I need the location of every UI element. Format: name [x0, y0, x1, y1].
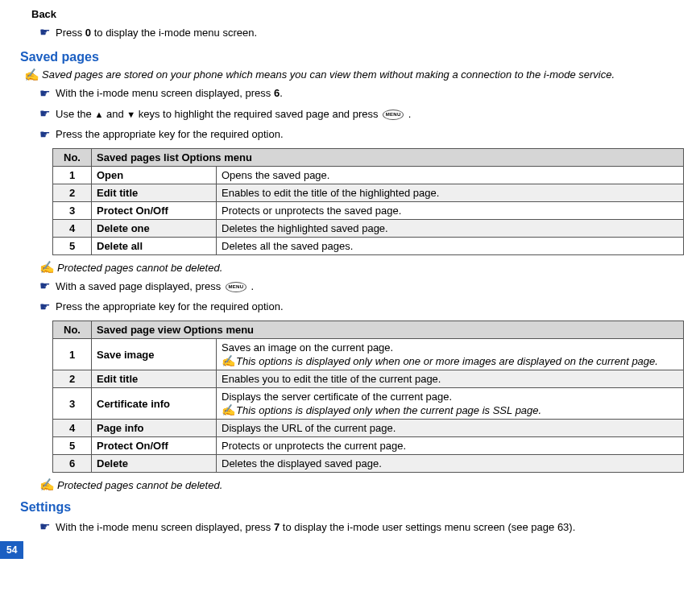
protected-note-2: ✍ Protected pages cannot be deleted. [39, 478, 684, 492]
pointer-icon: ☛ [39, 277, 56, 296]
note-hand-icon: ✍ [222, 354, 236, 367]
cell-no: 5 [53, 238, 92, 255]
desc-text: Saves an image on the current page. [222, 341, 678, 354]
cell-name: Certificate info [92, 388, 217, 420]
note-hand-icon: ✍ [24, 68, 42, 82]
table-row: 6 Delete Deletes the displayed saved pag… [53, 455, 684, 473]
step-5: ☛ Press the appropriate key for the requ… [39, 298, 684, 316]
cell-no: 4 [53, 420, 92, 437]
table-row: 3 Protect On/Off Protects or unprotects … [53, 202, 684, 220]
saved-pages-title: Saved pages [20, 50, 684, 64]
pointer-icon: ☛ [39, 23, 56, 42]
menu-button-icon: MENU [226, 282, 246, 292]
cell-desc: Protects or unprotects the current page. [217, 437, 684, 455]
text-fragment: to display the i-mode user settings menu… [280, 521, 575, 533]
cell-name: Save image [92, 339, 217, 370]
table-row: 5 Delete all Deletes all the saved pages… [53, 238, 684, 255]
table-row: 2 Edit title Enables to edit the title o… [53, 184, 684, 202]
pointer-icon: ☛ [39, 518, 56, 536]
cell-desc: Saves an image on the current page. ✍Thi… [217, 339, 684, 370]
text-fragment: to display the i-mode menu screen. [91, 27, 257, 39]
note-hand-icon: ✍ [222, 403, 236, 416]
arrow-up-icon: ▲ [94, 110, 103, 119]
cell-desc: Displays the URL of the current page. [217, 420, 684, 437]
cell-desc: Deletes the highlighted saved page. [217, 220, 684, 238]
cell-no: 1 [53, 167, 92, 184]
text-fragment: Use the [56, 108, 94, 120]
cell-desc: Deletes all the saved pages. [217, 238, 684, 255]
step-text: With the i-mode menu screen displayed, p… [56, 519, 684, 536]
step-2: ☛ Use the ▲ and ▼ keys to highlight the … [39, 105, 684, 123]
pointer-icon: ☛ [39, 126, 56, 144]
back-title: Back [31, 8, 684, 20]
settings-step: ☛ With the i-mode menu screen displayed,… [39, 518, 684, 536]
th-no: No. [53, 321, 92, 339]
menu-button-icon: MENU [383, 110, 404, 120]
text-fragment: . [280, 87, 283, 99]
th-menu: Saved page view Options menu [92, 321, 684, 339]
key-zero: 0 [85, 27, 91, 39]
cell-name: Delete [92, 455, 217, 473]
cell-name: Edit title [92, 370, 217, 388]
settings-title: Settings [20, 500, 684, 515]
step-text: Press the appropriate key for the requir… [56, 299, 684, 315]
text-fragment: and [103, 108, 126, 120]
back-text: Press 0 to display the i-mode menu scree… [56, 25, 684, 41]
cell-name: Delete one [92, 220, 217, 238]
th-menu: Saved pages list Options menu [92, 149, 684, 167]
back-step: ☛ Press 0 to display the i-mode menu scr… [39, 23, 684, 42]
note-text: Protected pages cannot be deleted. [57, 262, 222, 274]
cell-name: Protect On/Off [92, 202, 217, 220]
text-fragment: keys to highlight the required saved pag… [135, 108, 381, 120]
step-1: ☛ With the i-mode menu screen displayed,… [39, 85, 684, 103]
step-3: ☛ Press the appropriate key for the requ… [39, 126, 684, 144]
cell-no: 5 [53, 437, 92, 455]
pointer-icon: ☛ [39, 105, 56, 123]
desc-text: Displays the server certificate of the c… [222, 391, 678, 403]
text-fragment: With the i-mode menu screen displayed, p… [56, 521, 274, 533]
cell-desc: Enables to edit the title of the highlig… [217, 184, 684, 202]
page-number: 54 [0, 541, 23, 559]
table-row: 1 Open Opens the saved page. [53, 167, 684, 184]
text-fragment: With a saved page displayed, press [56, 280, 224, 292]
saved-pages-list-options-table: No. Saved pages list Options menu 1 Open… [52, 148, 684, 255]
table-row: 2 Edit title Enables you to edit the tit… [53, 370, 684, 388]
pointer-icon: ☛ [39, 298, 56, 316]
table-row: 4 Page info Displays the URL of the curr… [53, 420, 684, 437]
cell-no: 4 [53, 220, 92, 238]
step-text: Use the ▲ and ▼ keys to highlight the re… [56, 106, 684, 122]
note-text: Protected pages cannot be deleted. [57, 479, 222, 491]
saved-pages-intro: ✍ Saved pages are stored on your phone w… [24, 68, 684, 82]
step-text: With a saved page displayed, press MENU … [56, 279, 684, 295]
cell-no: 1 [53, 339, 92, 370]
note-hand-icon: ✍ [39, 478, 57, 492]
table-row: 1 Save image Saves an image on the curre… [53, 339, 684, 370]
table-row: 5 Protect On/Off Protects or unprotects … [53, 437, 684, 455]
cell-name: Protect On/Off [92, 437, 217, 455]
protected-note-1: ✍ Protected pages cannot be deleted. [39, 260, 684, 275]
cell-no: 3 [53, 202, 92, 220]
text-fragment: . [248, 280, 254, 292]
cell-desc: Protects or unprotects the saved page. [217, 202, 684, 220]
note-hand-icon: ✍ [39, 260, 57, 275]
cell-desc: Deletes the displayed saved page. [217, 455, 684, 473]
table-row: 4 Delete one Deletes the highlighted sav… [53, 220, 684, 238]
cell-desc: Opens the saved page. [217, 167, 684, 184]
table-row: 3 Certificate info Displays the server c… [53, 388, 684, 420]
cell-name: Open [92, 167, 217, 184]
step-text: With the i-mode menu screen displayed, p… [56, 85, 684, 101]
arrow-down-icon: ▼ [126, 110, 135, 119]
inner-note: ✍This options is displayed only when one… [222, 354, 678, 367]
cell-desc: Displays the server certificate of the c… [217, 388, 684, 420]
note-text: This options is displayed only when the … [236, 404, 541, 416]
cell-name: Page info [92, 420, 217, 437]
step-text: Press the appropriate key for the requir… [56, 126, 684, 143]
text-fragment: With the i-mode menu screen displayed, p… [56, 87, 274, 99]
text-fragment: . [405, 108, 411, 120]
cell-no: 6 [53, 455, 92, 473]
cell-name: Edit title [92, 184, 217, 202]
inner-note: ✍This options is displayed only when the… [222, 403, 678, 416]
text-fragment: Press [56, 27, 85, 39]
intro-text: Saved pages are stored on your phone whi… [42, 68, 615, 81]
cell-no: 2 [53, 184, 92, 202]
